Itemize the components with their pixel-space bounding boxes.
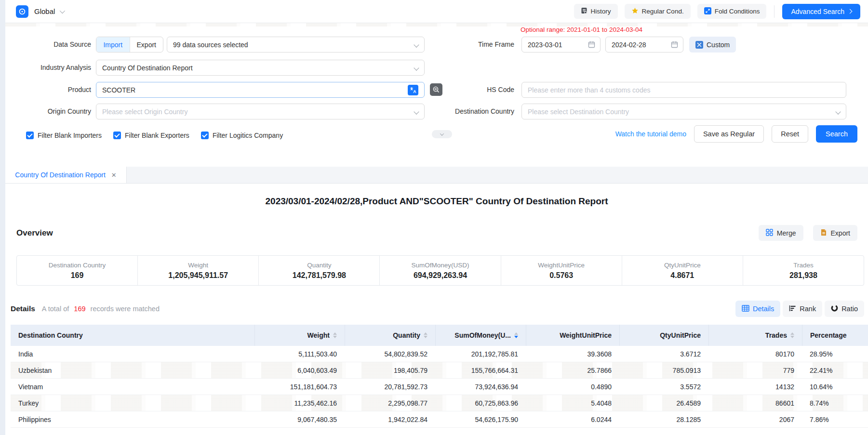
hs-code-input[interactable]: Please enter more than 4 customs codes [521,82,846,98]
details-heading: Details [11,304,35,313]
column-label: Weight [307,331,330,339]
table-row[interactable]: Vietnam151,181,604.7320,781,592.7373,924… [11,379,868,395]
history-button[interactable]: History [574,4,618,19]
row-value-cell: 3.5572 [619,383,708,391]
filter-blank-exporters-checkbox[interactable]: Filter Blank Exporters [113,132,189,139]
advanced-search-button[interactable]: Advanced Search [782,4,860,19]
page: Global History Regular Cond. Fold Condit… [5,0,868,428]
data-sources-select[interactable]: 99 data sources selected [167,37,425,53]
regular-cond-button[interactable]: Regular Cond. [625,4,691,19]
svg-text:A: A [413,89,416,94]
start-date-input[interactable]: 2023-03-01 [521,37,601,53]
table-column-header[interactable]: Weight [254,325,345,346]
table-column-header[interactable]: Quantity [345,325,435,346]
row-value-cell: 39.3608 [526,350,619,358]
chevron-down-icon [835,109,841,114]
close-icon[interactable]: ✕ [111,171,117,179]
divider [774,5,775,18]
checkbox-checked-icon [113,132,121,139]
table-row[interactable]: India5,111,503.4054,802,839.52201,192,78… [11,346,868,362]
row-value-cell: 0.4890 [526,383,619,391]
search-form: Optional range: 2021-01-01 to 2024-03-04… [5,23,868,167]
tab-label: Country Of Destination Report [15,171,106,179]
table-row[interactable]: Uzbekistan6,040,603.49198,405.79155,766,… [11,362,868,379]
row-value-cell: 25.7866 [526,367,619,374]
table-row[interactable]: Philippines9,067,480.351,942,022.8454,62… [11,411,868,428]
row-value-cell: 779 [708,367,802,374]
industry-analysis-label: Industry Analysis [5,60,91,76]
row-value-cell: 2067 [708,416,802,423]
chevron-down-icon[interactable] [60,8,65,13]
history-label: History [591,8,611,15]
column-label: Destination Country [18,331,83,339]
row-value-cell: 785.0913 [619,367,708,374]
export-toggle[interactable]: Export [130,37,163,52]
tab-country-of-destination-report[interactable]: Country Of Destination Report ✕ [5,167,127,183]
origin-country-select[interactable]: Please select Origin Country [96,104,425,119]
stat-label: QtyUnitPrice [664,262,701,269]
match-count: 169 [74,305,85,313]
fold-conditions-label: Fold Conditions [715,8,760,15]
fold-conditions-button[interactable]: Fold Conditions [697,4,767,19]
filter-blank-importers-checkbox[interactable]: Filter Blank Importers [26,132,102,139]
table-body: India5,111,503.4054,802,839.52201,192,78… [11,346,868,428]
view-ratio-button[interactable]: Ratio [825,301,864,317]
stat-value: 169 [71,271,84,280]
export-button[interactable]: Export [813,225,857,241]
row-value-cell: 2,295,098.77 [345,399,435,407]
filter-logitics-company-checkbox[interactable]: Filter Logitics Company [201,132,283,139]
table-header-row: Destination CountryWeightQuantitySumOfMo… [11,325,868,346]
search-button[interactable]: Search [816,125,857,143]
form-actions: Watch the tutorial demo Save as Regular … [615,125,857,143]
translate-icon[interactable]: A [408,85,418,95]
advanced-search-label: Advanced Search [791,8,844,15]
report-title: 2023/03/01-2024/02/28,Product AND"SCOOTE… [5,196,868,207]
stat-value: 694,929,263.94 [414,271,467,280]
row-value-cell: 60,725,863.96 [435,399,526,407]
row-value-cell: 80170 [708,350,802,358]
reset-button[interactable]: Reset [772,125,808,143]
data-source-toggle: Import Export [96,37,163,53]
star-icon [631,7,639,16]
stat-label: Quantity [307,262,331,269]
row-value-cell: 73,924,636.94 [435,383,526,391]
table-column-header[interactable]: SumOfMoney(U... [435,325,526,346]
table-row[interactable]: Turkey11,235,462.162,295,098.7760,725,86… [11,395,868,411]
export-file-icon [820,229,827,237]
view-details-button[interactable]: Details [735,301,780,317]
view-rank-button[interactable]: Rank [783,301,822,317]
regular-cond-label: Regular Cond. [642,8,684,15]
table-column-header[interactable]: Trades [708,325,802,346]
import-toggle[interactable]: Import [96,37,130,52]
start-date-value: 2023-03-01 [528,41,562,49]
history-icon [581,7,588,15]
watermark-strip [5,23,868,26]
stat-value: 4.8671 [670,271,694,280]
workspace-name[interactable]: Global [34,7,55,15]
sort-icon[interactable] [514,332,518,338]
row-value-cell: 1,942,022.84 [345,416,435,423]
tutorial-link[interactable]: Watch the tutorial demo [615,130,686,138]
overview-stats: Destination Country169Weight1,205,945,91… [16,255,864,286]
sort-icon[interactable] [424,332,427,338]
row-value-cell: 5,111,503.40 [254,350,345,358]
table-column-header: Percentage [802,325,868,346]
destination-country-select[interactable]: Please select Destination Country [521,104,846,119]
sort-icon[interactable] [333,332,337,338]
custom-range-button[interactable]: Custom [689,37,736,53]
collapse-form-button[interactable] [432,130,452,138]
app-logo-icon[interactable] [16,5,28,18]
sort-icon[interactable] [790,332,794,338]
checkbox-label: Filter Blank Importers [38,132,102,139]
product-input[interactable]: SCOOTER A [96,82,425,98]
calendar-icon [671,41,678,48]
industry-analysis-select[interactable]: Country Of Destination Report [96,60,425,76]
overview-stat: Destination Country169 [17,256,137,285]
save-as-regular-button[interactable]: Save as Regular [694,125,764,143]
hs-code-placeholder: Please enter more than 4 customs codes [528,86,650,94]
end-date-input[interactable]: 2024-02-28 [605,37,683,53]
filter-checkboxes: Filter Blank Importers Filter Blank Expo… [26,130,283,141]
row-country-cell: India [11,350,254,358]
merge-button[interactable]: Merge [759,225,803,241]
checkbox-label: Filter Logitics Company [213,132,283,139]
